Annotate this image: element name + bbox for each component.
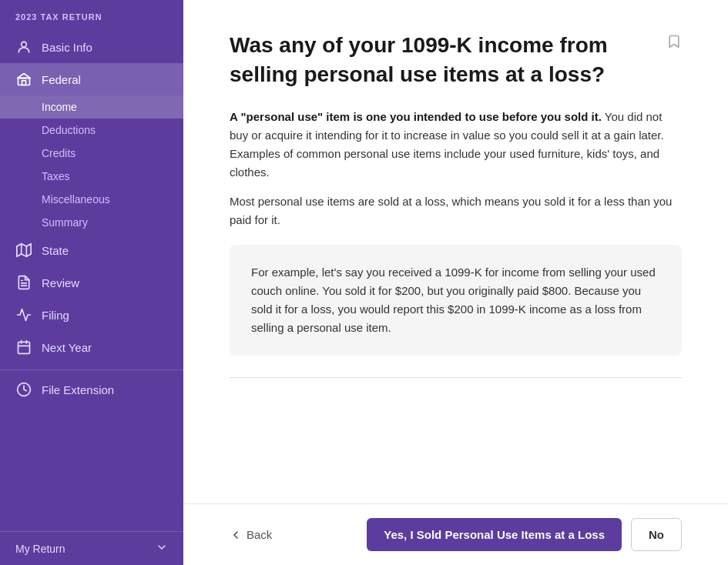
sidebar-subitem-miscellaneous[interactable]: Miscellaneous: [0, 188, 183, 211]
sidebar-item-review[interactable]: Review: [0, 266, 183, 299]
sidebar-item-federal[interactable]: Federal: [0, 63, 183, 95]
sidebar-item-federal-label: Federal: [42, 73, 81, 86]
review-icon: [15, 274, 32, 291]
back-arrow-icon: [230, 529, 242, 541]
person-icon: [15, 38, 32, 55]
question-content: Was any of your 1099-K income from selli…: [183, 0, 728, 503]
sidebar-subitem-taxes[interactable]: Taxes: [0, 165, 183, 188]
sidebar-subitem-summary[interactable]: Summary: [0, 211, 183, 234]
sidebar-item-state[interactable]: State: [0, 234, 183, 266]
no-button[interactable]: No: [631, 518, 682, 551]
page-footer: Back Yes, I Sold Personal Use Items at a…: [183, 503, 728, 565]
my-return-toggle[interactable]: My Return: [0, 531, 183, 565]
sidebar-item-file-extension[interactable]: File Extension: [0, 369, 183, 406]
sidebar-subitem-credits[interactable]: Credits: [0, 142, 183, 165]
state-icon: [15, 242, 32, 259]
question-title: Was any of your 1099-K income from selli…: [230, 31, 682, 89]
example-box: For example, let's say you received a 10…: [230, 245, 682, 356]
svg-rect-1: [18, 78, 30, 85]
federal-icon: [15, 71, 32, 88]
content-divider: [230, 377, 682, 378]
sidebar-item-filing-label: Filing: [42, 309, 69, 322]
my-return-label: My Return: [15, 543, 65, 555]
sidebar-item-basic-info-label: Basic Info: [42, 41, 92, 54]
sidebar-item-file-extension-label: File Extension: [42, 383, 114, 396]
sidebar-item-filing[interactable]: Filing: [0, 299, 183, 331]
description-paragraph-2: Most personal use items are sold at a lo…: [230, 192, 682, 229]
next-year-icon: [15, 339, 32, 356]
filing-icon: [15, 306, 32, 323]
description-paragraph-1: A "personal use" item is one you intende…: [230, 108, 682, 182]
bookmark-button[interactable]: [666, 34, 682, 53]
sidebar-item-review-label: Review: [42, 276, 79, 289]
back-button[interactable]: Back: [230, 528, 272, 541]
app-title: 2023 TAX RETURN: [0, 0, 183, 31]
yes-button[interactable]: Yes, I Sold Personal Use Items at a Loss: [367, 518, 622, 551]
file-extension-icon: [15, 381, 32, 398]
svg-point-0: [22, 42, 27, 47]
footer-actions: Yes, I Sold Personal Use Items at a Loss…: [367, 518, 682, 551]
chevron-down-icon: [156, 541, 168, 556]
sidebar-item-next-year[interactable]: Next Year: [0, 331, 183, 363]
description-bold: A "personal use" item is one you intende…: [230, 110, 602, 123]
svg-rect-8: [18, 342, 30, 353]
sidebar-item-basic-info[interactable]: Basic Info: [0, 31, 183, 63]
main-content-area: Was any of your 1099-K income from selli…: [183, 0, 728, 565]
sidebar-item-state-label: State: [42, 244, 69, 257]
sidebar-item-next-year-label: Next Year: [42, 341, 92, 354]
svg-marker-3: [17, 244, 31, 257]
sidebar-subitem-income[interactable]: Income: [0, 95, 183, 119]
sidebar-subitem-deductions[interactable]: Deductions: [0, 119, 183, 142]
example-text: For example, let's say you received a 10…: [251, 266, 656, 334]
sidebar: 2023 TAX RETURN Basic Info Federal Incom…: [0, 0, 183, 565]
svg-rect-2: [22, 81, 26, 85]
back-button-label: Back: [247, 528, 272, 541]
